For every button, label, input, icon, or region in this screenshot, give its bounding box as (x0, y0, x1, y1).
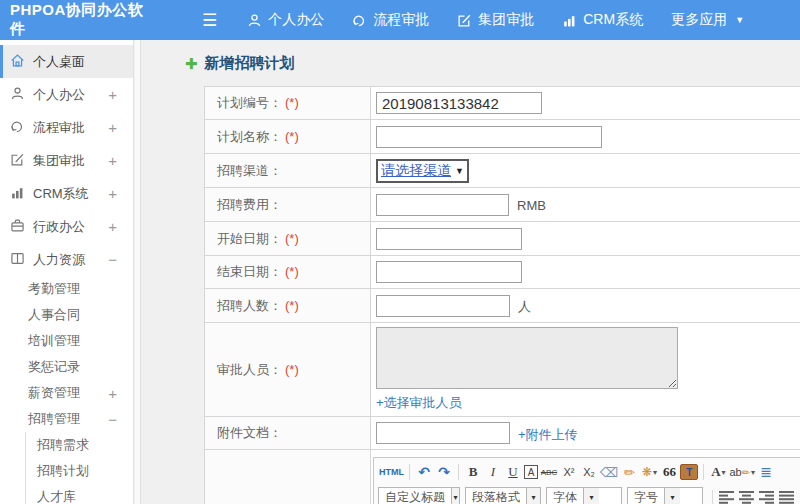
sidebar-item-admin-office[interactable]: 行政办公 + (0, 210, 133, 243)
app-logo: PHPOA协同办公软件 (10, 1, 158, 39)
book-icon (10, 251, 33, 269)
edit-icon (10, 152, 33, 170)
hamburger-menu-icon[interactable]: ☰ (202, 10, 217, 31)
attachment-upload-link[interactable]: +附件上传 (518, 427, 578, 442)
editor-toolbar: HTML ↶ ↷ B I U A ABC X² (374, 458, 800, 504)
sidebar-item-recruit-mgmt[interactable]: 招聘管理 − (0, 406, 133, 432)
char-border-button[interactable]: A (524, 465, 538, 479)
workflow-icon (352, 13, 367, 28)
caret-down-icon: ▾ (722, 468, 726, 477)
sidebar-scrollbar[interactable] (135, 40, 141, 504)
plan-number-input[interactable] (376, 92, 542, 114)
toolbar-separator (409, 464, 410, 480)
topnav-personal-office[interactable]: 个人办公 (247, 11, 324, 29)
font-family-select[interactable]: 字体▾ (546, 487, 622, 504)
field-label: 招聘渠道： (217, 163, 282, 178)
topnav-label: 个人办公 (268, 11, 324, 29)
topnav-label: 集团审批 (478, 11, 534, 29)
chart-icon (10, 185, 33, 203)
sidebar-item-training-mgmt[interactable]: 培训管理 (0, 328, 133, 354)
sidebar-item-recruit-plan[interactable]: 招聘计划 (26, 458, 133, 484)
sidebar-item-label: 招聘需求 (37, 436, 89, 454)
align-center-icon[interactable] (739, 491, 755, 504)
superscript-button[interactable]: X² (560, 463, 578, 481)
align-left-icon[interactable] (719, 491, 735, 504)
source-code-button[interactable]: HTML (379, 463, 404, 481)
topnav-workflow-approval[interactable]: 流程审批 (352, 11, 429, 29)
sidebar: 个人桌面 个人办公 + 流程审批 + 集团审批 + CRM系统 + 行政办公 + (0, 40, 134, 504)
paragraph-format-select[interactable]: 段落格式▾ (465, 487, 541, 504)
expand-plus-icon[interactable]: + (108, 152, 117, 169)
caret-down-icon: ▼ (735, 15, 744, 25)
empty-label-cell (205, 450, 371, 504)
field-label: 开始日期： (217, 231, 282, 246)
sidebar-item-personal-office[interactable]: 个人办公 + (0, 78, 133, 111)
align-right-icon[interactable] (759, 491, 775, 504)
recruit-channel-select[interactable]: 请选择渠道 ▼ (376, 159, 469, 183)
topnav-more-apps[interactable]: 更多应用 ▼ (671, 11, 744, 29)
expand-plus-icon[interactable]: + (108, 119, 117, 136)
strikethrough-button[interactable]: ABC (540, 463, 558, 481)
collapse-minus-icon[interactable]: − (108, 251, 117, 268)
sidebar-item-label: 招聘管理 (28, 410, 80, 428)
redo-icon[interactable]: ↷ (435, 463, 453, 481)
blockquote-button[interactable]: 66 (660, 463, 678, 481)
underline-button[interactable]: U (504, 463, 522, 481)
subscript-button[interactable]: X₂ (580, 463, 598, 481)
sidebar-item-talent-pool[interactable]: 人才库 (26, 484, 133, 504)
toolbar-separator (458, 464, 459, 480)
italic-button[interactable]: I (484, 463, 502, 481)
choose-approver-link[interactable]: +选择审批人员 (376, 394, 462, 412)
topnav-group-approval[interactable]: 集团审批 (457, 11, 534, 29)
list-button[interactable]: ≣ (757, 463, 775, 481)
sidebar-item-label: 奖惩记录 (28, 358, 80, 376)
sidebar-item-crm-system[interactable]: CRM系统 + (0, 177, 133, 210)
table-row: 招聘渠道： 请选择渠道 ▼ (205, 154, 800, 188)
auto-typeset-icon[interactable]: ❋▾ (640, 463, 658, 481)
align-justify-icon[interactable] (779, 491, 795, 504)
format-painter-icon[interactable]: ✏ (620, 463, 638, 481)
field-label: 计划编号： (217, 95, 282, 110)
expand-plus-icon[interactable]: + (108, 385, 117, 402)
approver-textarea[interactable] (376, 327, 678, 389)
sidebar-item-hr-contract[interactable]: 人事合同 (0, 302, 133, 328)
sidebar-item-workflow-approval[interactable]: 流程审批 + (0, 111, 133, 144)
table-row: 开始日期：(*) (205, 222, 800, 256)
expand-plus-icon[interactable]: + (108, 86, 117, 103)
sidebar-item-attendance-mgmt[interactable]: 考勤管理 (0, 276, 133, 302)
sidebar-item-label: 招聘计划 (37, 462, 89, 480)
table-row: HTML ↶ ↷ B I U A ABC X² (205, 450, 800, 504)
undo-icon[interactable]: ↶ (415, 463, 433, 481)
expand-plus-icon[interactable]: + (108, 218, 117, 235)
sidebar-item-reward-punish-records[interactable]: 奖惩记录 (0, 354, 133, 380)
start-date-input[interactable] (376, 228, 522, 250)
sidebar-item-salary-mgmt[interactable]: 薪资管理 + (0, 380, 133, 406)
sidebar-item-group-approval[interactable]: 集团审批 + (0, 144, 133, 177)
custom-title-select[interactable]: 自定义标题▾ (378, 487, 460, 504)
highlight-color-button[interactable]: ab✏▾ (729, 463, 755, 481)
headcount-input[interactable] (376, 295, 510, 317)
end-date-input[interactable] (376, 261, 522, 283)
plan-name-input[interactable] (376, 126, 602, 148)
sidebar-item-recruit-demand[interactable]: 招聘需求 (26, 432, 133, 458)
sidebar-item-label: 人才库 (37, 488, 76, 504)
paste-as-text-button[interactable]: T (680, 464, 698, 480)
expand-plus-icon[interactable]: + (108, 185, 117, 202)
collapse-minus-icon[interactable]: − (108, 411, 117, 428)
sidebar-item-label: CRM系统 (33, 185, 89, 203)
recruit-cost-input[interactable] (376, 194, 509, 216)
bold-button[interactable]: B (464, 463, 482, 481)
topnav-crm-system[interactable]: CRM系统 (562, 11, 643, 29)
edit-icon (457, 13, 472, 28)
attachment-input[interactable] (376, 422, 510, 444)
sidebar-item-label: 考勤管理 (28, 280, 80, 298)
sidebar-item-personal-desktop[interactable]: 个人桌面 (0, 45, 133, 78)
font-color-button[interactable]: A▾ (709, 463, 727, 481)
table-row: 计划名称：(*) (205, 120, 800, 154)
table-row: 招聘人数：(*) 人 (205, 289, 800, 323)
font-size-select[interactable]: 字号▾ (627, 487, 703, 504)
main-content: ✚ 新增招聘计划 计划编号：(*) 计划名称：(*) 招聘渠道： 请选择渠道 ▼ (142, 40, 800, 504)
remove-format-icon[interactable]: ⌫ (600, 463, 618, 481)
sidebar-item-human-resources[interactable]: 人力资源 − (0, 243, 133, 276)
topbar: PHPOA协同办公软件 ☰ 个人办公 流程审批 集团审批 CRM系统 更多应用 … (0, 0, 800, 40)
